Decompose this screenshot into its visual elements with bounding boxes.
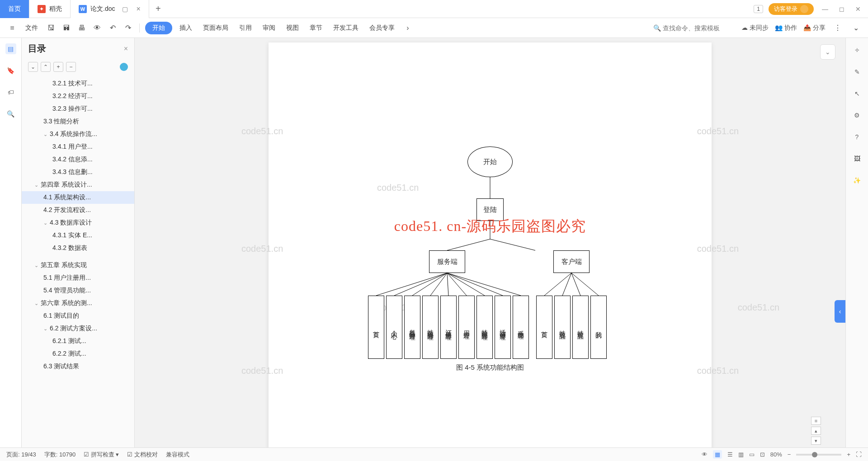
close-icon[interactable]: × [136,5,140,13]
zoom-in-icon[interactable]: + [847,451,850,458]
expand-all-icon[interactable]: ⌃ [41,62,51,72]
read-view-icon[interactable]: ▭ [749,451,755,458]
search-input[interactable] [663,24,735,32]
compass-icon[interactable]: ✧ [851,44,863,56]
zoom-level[interactable]: 80% [770,451,782,458]
toc-item[interactable]: 4.1 系统架构设... [22,191,134,204]
toc-item[interactable]: 6.2.1 测试... [22,335,134,348]
close-window-button[interactable]: ✕ [853,5,863,13]
kebab-icon[interactable]: ⋮ [832,22,844,34]
menu-view[interactable]: 视图 [283,22,302,34]
minimize-button[interactable]: — [819,5,831,13]
toc-item[interactable]: 6.3 测试结果 [22,360,134,373]
bookmark-icon[interactable]: 🏷 [5,87,16,98]
chevron-down-icon[interactable]: ⌄ [34,301,41,306]
zoom-out-icon[interactable]: − [788,451,791,458]
clipboard-icon[interactable]: 🔖 [5,65,16,76]
toc-item[interactable]: 3.3 性能分析 [22,115,134,128]
toc-item[interactable]: 3.4.1 用户登... [22,141,134,153]
more-menu-icon[interactable]: › [402,22,414,34]
menu-review[interactable]: 审阅 [259,22,279,34]
share-button[interactable]: 📤 分享 [803,24,826,32]
outline-settings-icon[interactable] [120,63,128,71]
toc-item[interactable]: 6.2.2 测试... [22,348,134,360]
doc-proof[interactable]: ☑ 文档校对 [127,451,158,459]
undo-icon[interactable]: ↶ [107,22,118,34]
toc-item[interactable]: 5.1 用户注册用... [22,272,134,284]
toc-item[interactable]: ⌄3.4 系统操作流... [22,128,134,141]
eye-icon[interactable]: 👁 [702,451,708,458]
search-box[interactable]: 🔍 [653,24,735,32]
sparkle-icon[interactable]: ✨ [851,174,863,186]
chevron-down-icon[interactable]: ⌄ [43,220,50,226]
web-view-icon[interactable]: ▥ [738,451,744,458]
close-outline-icon[interactable]: × [124,45,128,53]
page-indicator[interactable]: 页面: 19/43 [6,451,36,459]
remove-level-icon[interactable]: − [66,62,76,72]
scroll-down-icon[interactable]: ▾ [811,437,821,445]
scroll-marker-icon[interactable]: ≡ [811,417,821,425]
collapse-ribbon-icon[interactable]: ⌄ [850,22,862,34]
collab-button[interactable]: 👥 协作 [775,24,797,32]
toc-item[interactable]: 4.3.1 实体 E... [22,229,134,242]
toc-item[interactable]: 3.2.3 操作可... [22,103,134,115]
chevron-down-icon[interactable]: ⌄ [43,132,50,137]
toc-item[interactable]: 3.4.2 信息添... [22,153,134,166]
toc-item[interactable]: 3.4.3 信息删... [22,166,134,179]
collapse-all-icon[interactable]: ⌄ [28,62,38,72]
toc-item[interactable]: ⌄第六章 系统的测... [22,297,134,310]
toc-item[interactable]: 3.2.2 经济可... [22,90,134,103]
page-options-icon[interactable]: ⌄ [820,44,835,60]
toc-item[interactable]: ⌄6.2 测试方案设... [22,322,134,335]
image-icon[interactable]: 🖼 [851,153,863,165]
help-icon[interactable]: ? [851,131,863,143]
chevron-down-icon[interactable]: ⌄ [34,182,41,188]
outline-view-icon[interactable]: ☰ [727,451,733,458]
scroll-up-icon[interactable]: ▴ [811,427,821,435]
chevron-down-icon[interactable]: ⌄ [34,263,41,268]
spell-check[interactable]: ☑ 拼写检查 ▾ [84,451,119,459]
compat-mode[interactable]: 兼容模式 [166,451,189,459]
chevron-down-icon[interactable]: ⌄ [43,326,50,332]
search-panel-icon[interactable]: 🔍 [5,108,16,119]
menu-start[interactable]: 开始 [145,22,172,34]
tab-home[interactable]: 首页 [0,0,29,18]
menu-layout[interactable]: 页面布局 [199,22,232,34]
menu-reference[interactable]: 引用 [236,22,255,34]
toc-item[interactable]: 4.3.2 数据表 [22,242,134,254]
page-view-icon[interactable]: ▦ [713,450,722,459]
toc-item[interactable]: ⌄第五章 系统实现 [22,259,134,272]
hamburger-icon[interactable]: ≡ [6,22,18,34]
outline-tab-icon[interactable]: ▤ [5,43,16,54]
toc-item[interactable]: 3.2.1 技术可... [22,77,134,90]
side-handle-icon[interactable]: ‹ [835,300,845,323]
tab-daoke[interactable]: ✦稻壳 [29,0,71,18]
presentation-icon[interactable]: ▢ [122,5,128,13]
pen-icon[interactable]: ✎ [851,66,863,78]
toc-item[interactable]: 4.2 开发流程设... [22,204,134,216]
print-icon[interactable]: 🖶 [76,22,88,34]
menu-chapter[interactable]: 章节 [306,22,326,34]
toc-item[interactable] [22,254,134,259]
add-level-icon[interactable]: + [53,62,63,72]
notification-badge[interactable]: 1 [754,5,763,13]
tab-document[interactable]: W 论文.doc ▢ × [71,0,149,18]
maximize-button[interactable]: ◻ [836,5,847,13]
menu-dev[interactable]: 开发工具 [330,22,362,34]
login-button[interactable]: 访客登录 [769,3,814,15]
zoom-fit-icon[interactable]: ⊡ [760,451,765,458]
menu-file[interactable]: 文件 [22,22,42,34]
toc-item[interactable]: ⌄第四章 系统设计... [22,179,134,191]
settings-slider-icon[interactable]: ⚙ [851,109,863,121]
sync-status[interactable]: ☁ 未同步 [741,24,769,32]
save-icon[interactable]: 🖫 [45,22,57,34]
toc-item[interactable]: 6.1 测试目的 [22,310,134,322]
save-as-icon[interactable]: 🖬 [61,22,72,34]
cursor-icon[interactable]: ↖ [851,88,863,99]
print-preview-icon[interactable]: 👁 [91,22,103,34]
word-count[interactable]: 字数: 10790 [44,451,75,459]
toc-item[interactable]: ⌄4.3 数据库设计 [22,216,134,229]
menu-insert[interactable]: 插入 [176,22,196,34]
redo-icon[interactable]: ↷ [122,22,134,34]
toc-item[interactable]: 5.4 管理员功能... [22,284,134,297]
